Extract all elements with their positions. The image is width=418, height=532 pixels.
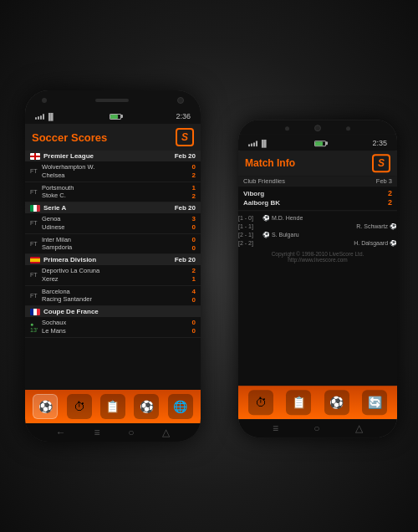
nav-soccer-button[interactable]: ⚽ — [33, 394, 58, 419]
match-scores: 2 1 — [192, 267, 196, 283]
match-teams: Inter Milan Sampdoria — [42, 236, 192, 253]
mi-league-name: Club Friendlies — [243, 177, 285, 185]
match-teams: Genoa Udinese — [42, 215, 192, 232]
battery-icon — [110, 114, 121, 120]
nav-clock-button[interactable]: ⏱ — [67, 394, 92, 419]
score-home: 0 — [192, 163, 196, 171]
app-title: Soccer Scores — [32, 131, 107, 144]
match-scores: 3 0 — [192, 215, 196, 231]
phone1-signal-icons: ▐▌ — [35, 113, 55, 120]
match-teams: Deportivo La Coruna Xerez — [42, 267, 192, 284]
score-home: 1 — [192, 184, 196, 192]
mi-home-team-row: Viborg 2 — [243, 189, 392, 197]
home-team: Inter Milan — [42, 236, 192, 244]
match-teams: Barcelona Racing Santander — [42, 288, 192, 304]
score-home: 3 — [192, 215, 196, 223]
table-row: ● 13' Sochaux Le Mans 0 0 — [25, 317, 201, 338]
phone1-android-nav: ← ≡ ○ △ — [25, 423, 201, 442]
score-away: 0 — [192, 296, 196, 304]
event-time: [1 - 1] — [238, 223, 259, 230]
home-team: Barcelona — [42, 288, 192, 296]
mi-home-team: Viborg — [243, 190, 264, 197]
speaker-dot-2 — [346, 126, 350, 130]
phone2-android-nav: ≡ ○ △ — [238, 419, 397, 437]
event-right-player: H. Dalsgaard ⚽ — [354, 240, 397, 247]
phone2-top-hardware — [238, 120, 397, 134]
league-date-prem: Feb 20 — [175, 152, 196, 160]
away-team: Stoke C. — [42, 192, 192, 200]
league-date-serie-a: Feb 20 — [175, 204, 196, 212]
earpiece — [95, 99, 129, 102]
mi-home-score: 2 — [388, 189, 392, 197]
event-icon — [259, 240, 354, 247]
search-button[interactable]: ○ — [128, 427, 134, 438]
match-scores: 0 0 — [192, 236, 196, 252]
nav-table-button-2[interactable]: 📋 — [286, 390, 311, 415]
league-name-prem: Premier League — [43, 152, 94, 160]
match-status: FT — [30, 220, 42, 226]
home-team: Wolverhampton W. — [42, 163, 192, 171]
mi-away-score: 2 — [388, 198, 392, 207]
nav-refresh-button[interactable]: 🔄 — [362, 390, 387, 415]
copyright-text: Copyright © 1998-2010 LiveScore Ltd. htt… — [238, 248, 397, 266]
menu-button[interactable]: ≡ — [94, 427, 100, 438]
nav-table-button[interactable]: 📋 — [100, 394, 125, 419]
flag-spain — [30, 257, 40, 263]
search-button-2[interactable]: ○ — [314, 422, 319, 434]
match-status: FT — [30, 168, 42, 174]
event-right-player: R. Schwartz ⚽ — [356, 223, 397, 230]
score-away: 0 — [192, 327, 196, 335]
signal-bar-1 — [248, 144, 250, 146]
league-name-coupe: Coupe De France — [43, 308, 99, 315]
phone2-status-bar: ▐▌ 2:35 — [238, 134, 397, 151]
nav-ball-button[interactable]: ⚽ — [134, 394, 159, 419]
mi-match-row: Viborg 2 Aalborg BK 2 — [238, 187, 397, 211]
nav-globe-button[interactable]: 🌐 — [168, 394, 193, 419]
table-row: FT Genoa Udinese 3 0 — [25, 213, 201, 234]
back-button[interactable]: ← — [56, 427, 66, 438]
nav-timer-button[interactable]: ⏱ — [248, 390, 273, 415]
phone1-top-hardware — [25, 90, 201, 107]
app-logo-2: S — [372, 154, 390, 172]
phone2-device: ▐▌ 2:35 Match Info S Club Friendlies Feb… — [238, 120, 397, 437]
phone1-status-bar: ▐▌ 2:36 — [25, 107, 201, 124]
match-scores: 0 2 — [192, 163, 196, 179]
app-logo: S — [176, 128, 194, 146]
list-item: [1 - 1] R. Schwartz ⚽ — [238, 223, 397, 231]
menu-button-2[interactable]: ≡ — [273, 422, 278, 434]
flag-france — [30, 309, 40, 315]
match-scores: 1 2 — [192, 184, 196, 200]
away-team: Udinese — [42, 223, 192, 232]
home-button-2[interactable]: △ — [355, 422, 363, 434]
phone1-app-header: Soccer Scores S — [25, 124, 201, 151]
mi-league-row: Club Friendlies Feb 3 — [238, 176, 397, 187]
match-info-title: Match Info — [245, 157, 295, 169]
phone1-device: ▐▌ 2:36 Soccer Scores S Premier League F… — [25, 90, 201, 442]
battery-fill-2 — [315, 141, 322, 146]
nav-ball-button-2[interactable]: ⚽ — [324, 390, 349, 415]
score-away: 1 — [192, 275, 196, 283]
match-status: FT — [30, 272, 42, 278]
home-button[interactable]: △ — [162, 427, 170, 438]
away-team: Sampdoria — [42, 243, 192, 252]
mi-events-list: [1 - 0] ⚽ M.D. Hende [1 - 1] R. Schwartz… — [238, 214, 397, 248]
table-row: FT Portsmouth Stoke C. 1 2 — [25, 182, 201, 203]
signal-bars-2 — [248, 140, 257, 146]
match-scores: 4 0 — [192, 288, 196, 304]
score-home: 2 — [192, 267, 196, 274]
signal-bar-2 — [251, 143, 252, 146]
match-status: FT — [30, 189, 42, 195]
phone1-screen: Soccer Scores S Premier League Feb 20 FT… — [25, 124, 201, 442]
league-header-serie-a: Serie A Feb 20 — [25, 202, 201, 213]
signal-bar-3 — [253, 142, 255, 146]
home-team: Portsmouth — [42, 184, 192, 192]
score-home: 4 — [192, 288, 196, 295]
signal-bar-4 — [256, 141, 257, 146]
away-team: Chelsea — [42, 171, 192, 180]
camera-lens-2 — [314, 125, 321, 131]
match-teams: Portsmouth Stoke C. — [42, 184, 192, 201]
match-status: FT — [30, 241, 42, 247]
match-info-content: Club Friendlies Feb 3 Viborg 2 Aalborg B… — [238, 176, 397, 386]
flag-italy — [30, 205, 40, 212]
event-icon: ⚽ S. Bulgaru — [259, 232, 397, 238]
